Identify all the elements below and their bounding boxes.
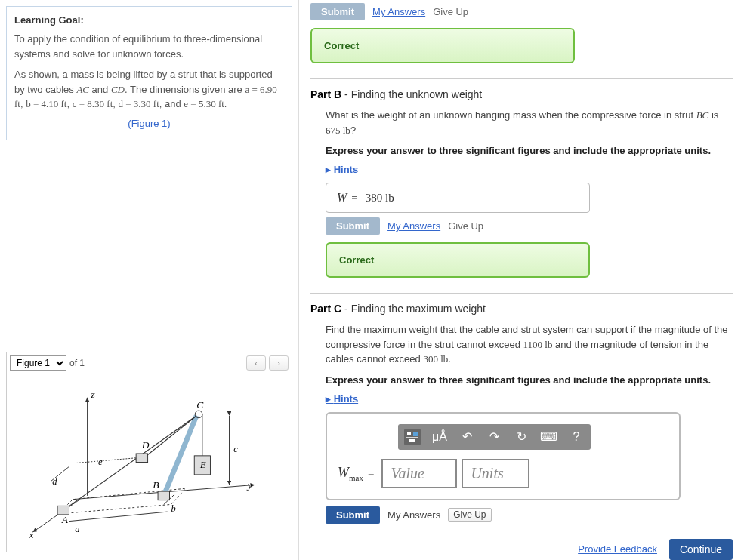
part-b-submit-button[interactable]: Submit <box>326 217 380 235</box>
answer-variable: W <box>337 191 347 205</box>
keyboard-button[interactable]: ⌨ <box>540 429 557 445</box>
fraction-tool-icon[interactable] <box>404 429 421 445</box>
part-c-submit-row: Submit My Answers Give Up <box>326 506 733 524</box>
help-button[interactable]: ? <box>568 429 585 445</box>
svg-text:y: y <box>246 479 252 491</box>
part-c-my-answers-text: My Answers <box>387 509 440 521</box>
figure-prev-button[interactable]: ‹ <box>246 355 266 371</box>
part-b-answer-box: W = 380 lb <box>326 183 590 213</box>
part-c-value-input[interactable]: Value <box>381 459 457 488</box>
part-c-input-variable: Wmax <box>338 465 363 482</box>
part-b-correct-feedback: Correct <box>326 242 590 278</box>
svg-line-13 <box>76 457 136 463</box>
svg-text:c: c <box>233 444 238 454</box>
svg-line-15 <box>69 512 167 522</box>
svg-text:E: E <box>199 460 206 470</box>
undo-button[interactable]: ↶ <box>458 429 475 445</box>
svg-rect-30 <box>407 432 411 435</box>
svg-rect-33 <box>409 439 415 442</box>
part-c-question: Find the maximum weight that the cable a… <box>326 322 733 367</box>
part-b-give-up-link[interactable]: Give Up <box>448 220 483 232</box>
part-b-question: What is the weight of an unknown hanging… <box>326 108 733 137</box>
redo-button[interactable]: ↷ <box>486 429 502 445</box>
svg-text:b: b <box>171 503 175 514</box>
part-c-input-panel: μÅ ↶ ↷ ↻ ⌨ ? Wmax = Value Units <box>326 412 681 500</box>
part-b-answer-value: 380 lb <box>366 192 394 205</box>
part-b-my-answers-link[interactable]: My Answers <box>387 220 440 232</box>
reset-button[interactable]: ↻ <box>513 429 529 445</box>
provide-feedback-link[interactable]: Provide Feedback <box>578 543 657 555</box>
goal-title: Learning Goal: <box>14 14 284 26</box>
part-b-heading: Part B - Finding the unknown weight <box>310 88 733 100</box>
svg-text:B: B <box>153 479 159 491</box>
svg-text:z: z <box>90 388 95 399</box>
figure-select[interactable]: Figure 1 <box>10 355 66 371</box>
svg-rect-8 <box>158 491 169 500</box>
goal-paragraph-1: To apply the condition of equilibrium to… <box>14 32 284 61</box>
part-a-submit-button[interactable]: Submit <box>310 3 365 20</box>
svg-text:D: D <box>141 439 150 451</box>
equation-toolbar: μÅ ↶ ↷ ↻ ⌨ ? <box>398 424 591 450</box>
part-c-heading: Part C - Finding the maximum weight <box>310 303 733 315</box>
part-b-instructions: Express your answer to three significant… <box>326 145 733 156</box>
svg-rect-6 <box>136 453 147 462</box>
svg-text:e: e <box>98 457 103 467</box>
part-a-my-answers-link[interactable]: My Answers <box>372 6 425 17</box>
part-c-units-input[interactable]: Units <box>462 459 529 488</box>
part-a-correct-feedback: Correct <box>310 28 575 63</box>
svg-text:x: x <box>28 528 33 540</box>
figure-panel: Figure 1 of 1 ‹ › <box>6 352 292 552</box>
part-a-give-up-link[interactable]: Give Up <box>433 6 468 17</box>
learning-goal-panel: Learning Goal: To apply the condition of… <box>6 6 292 140</box>
part-b-hints-link[interactable]: Hints <box>326 164 358 175</box>
part-c-submit-button[interactable]: Submit <box>326 506 380 524</box>
goal-paragraph-2: As shown, a mass is being lifted by a st… <box>14 67 284 112</box>
figure-count: of 1 <box>69 358 85 368</box>
svg-rect-7 <box>57 506 69 515</box>
svg-line-2 <box>32 499 80 531</box>
part-a-submit-row: Submit My Answers Give Up <box>310 3 733 20</box>
svg-text:C: C <box>196 399 204 411</box>
part-b-submit-row: Submit My Answers Give Up <box>326 217 733 235</box>
part-c-instructions: Express your answer to three significant… <box>326 374 733 386</box>
figure-diagram: z y x C D E B A a b c d e <box>7 374 292 552</box>
svg-text:A: A <box>61 514 69 525</box>
special-chars-button[interactable]: μÅ <box>431 429 448 445</box>
figure-header: Figure 1 of 1 ‹ › <box>7 352 292 374</box>
figure-link[interactable]: (Figure 1) <box>14 118 284 129</box>
part-c-give-up-button[interactable]: Give Up <box>448 508 491 522</box>
svg-rect-31 <box>413 432 418 436</box>
part-c-hints-link[interactable]: Hints <box>326 393 358 405</box>
svg-text:a: a <box>75 524 79 534</box>
continue-button[interactable]: Continue <box>669 539 733 560</box>
figure-next-button[interactable]: › <box>269 355 289 371</box>
svg-text:d: d <box>52 476 57 487</box>
